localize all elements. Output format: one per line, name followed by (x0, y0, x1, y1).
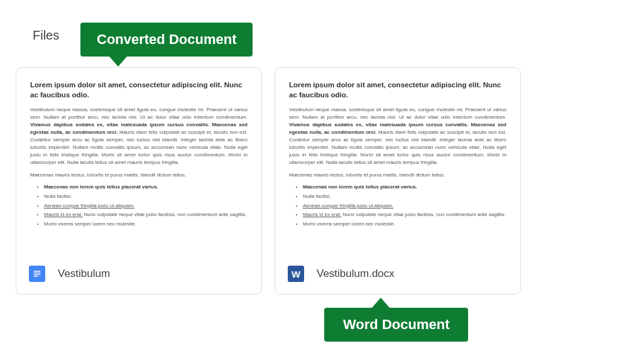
list-item: Maecenas non lorem quis tellus placerat … (303, 184, 506, 191)
list-item: Aenean congue fringilla justo ut aliquam… (303, 203, 506, 210)
file-preview: Lorem ipsum dolor sit amet, consectetur … (275, 68, 520, 254)
file-preview: Lorem ipsum dolor sit amet, consectetur … (16, 68, 261, 254)
file-name-label: Vestibulum.docx (317, 268, 395, 280)
list-item: Mauris id ex erat. Nunc vulputate neque … (44, 212, 248, 219)
list-item: Aenean congue fringilla justo ut aliquam… (44, 203, 248, 210)
list-item: Nulla facilisi. (303, 193, 506, 200)
file-name-label: Vestibulum (58, 268, 110, 280)
preview-list: Maecenas non lorem quis tellus placerat … (289, 184, 506, 228)
list-item: Morbi viverra semper lorem nec molestie. (303, 221, 506, 228)
file-card-footer: W Vestibulum.docx (275, 254, 520, 294)
preview-paragraph: Maecenas mauris lectus, lobortis et puru… (30, 171, 248, 179)
section-label: Files (33, 28, 59, 43)
preview-list: Maecenas non lorem quis tellus placerat … (30, 184, 248, 228)
microsoft-word-icon: W (288, 266, 304, 282)
list-item: Maecenas non lorem quis tellus placerat … (44, 184, 248, 191)
preview-heading: Lorem ipsum dolor sit amet, consectetur … (289, 80, 506, 100)
list-item: Mauris id ex erat. Nunc vulputate neque … (303, 212, 506, 219)
file-cards-row: Lorem ipsum dolor sit amet, consectetur … (16, 67, 521, 295)
google-docs-icon (29, 266, 45, 282)
callout-converted-document: Converted Document (80, 23, 253, 57)
file-card-word[interactable]: Lorem ipsum dolor sit amet, consectetur … (275, 67, 521, 295)
file-card-footer: Vestibulum (16, 254, 261, 294)
list-item: Nulla facilisi. (44, 193, 248, 200)
file-card-converted[interactable]: Lorem ipsum dolor sit amet, consectetur … (16, 67, 262, 295)
callout-word-document: Word Document (324, 308, 468, 342)
list-item: Morbi viverra semper lorem nec molestie. (44, 221, 248, 228)
preview-paragraph: Maecenas mauris lectus, lobortis et puru… (289, 171, 506, 179)
preview-paragraph: Vestibulum neque massa, scelerisque sit … (30, 106, 248, 166)
preview-paragraph: Vestibulum neque massa, scelerisque sit … (289, 106, 506, 166)
preview-heading: Lorem ipsum dolor sit amet, consectetur … (30, 80, 248, 100)
